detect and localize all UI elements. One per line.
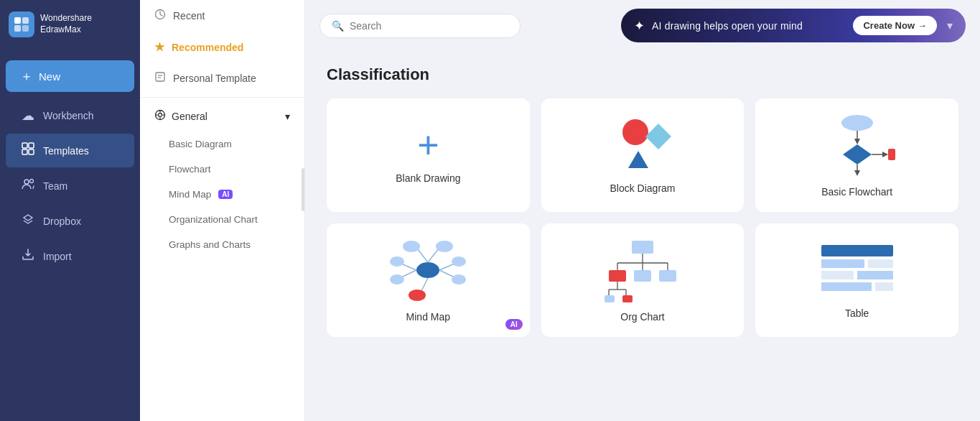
scroll-indicator bbox=[302, 168, 304, 211]
team-icon bbox=[20, 177, 36, 194]
svg-rect-1 bbox=[22, 17, 29, 24]
middle-panel: Recent ★ Recommended Personal Template bbox=[140, 0, 305, 421]
svg-rect-62 bbox=[622, 295, 633, 302]
main-content: 🔍 ✦ AI drawing helps open your mind Crea… bbox=[305, 0, 980, 421]
logo-area: Wondershare EdrawMax bbox=[0, 0, 140, 49]
card-table[interactable]: Table bbox=[755, 223, 958, 337]
block-diagram-illustration bbox=[607, 116, 678, 174]
card-basic-flowchart[interactable]: Basic Flowchart bbox=[755, 98, 958, 212]
card-label: Blank Drawing bbox=[396, 172, 460, 184]
dropbox-icon bbox=[20, 213, 36, 229]
svg-rect-7 bbox=[29, 149, 34, 154]
mid-sub-mind-map[interactable]: Mind Map AI bbox=[140, 182, 304, 207]
flowchart-illustration bbox=[818, 113, 897, 177]
svg-point-45 bbox=[390, 274, 404, 284]
svg-point-33 bbox=[416, 262, 439, 278]
svg-rect-54 bbox=[609, 270, 626, 282]
sidebar-item-workbench[interactable]: ☁ Workbench bbox=[6, 99, 134, 132]
orgchart-illustration bbox=[603, 238, 682, 302]
sidebar-item-import[interactable]: Import bbox=[6, 239, 134, 273]
svg-rect-68 bbox=[821, 282, 872, 291]
sidebar-item-templates[interactable]: Templates bbox=[6, 134, 134, 167]
plus-icon: ＋ bbox=[20, 68, 33, 85]
search-icon: 🔍 bbox=[332, 20, 344, 32]
svg-point-39 bbox=[452, 256, 466, 267]
sidebar-item-dropbox[interactable]: Dropbox bbox=[6, 204, 134, 238]
personal-template-icon bbox=[154, 71, 166, 85]
import-icon bbox=[20, 248, 36, 264]
sidebar: Wondershare EdrawMax ＋ New ☁ Workbench T… bbox=[0, 0, 140, 421]
mind-map-ai-badge: AI bbox=[505, 319, 523, 330]
svg-marker-28 bbox=[882, 152, 888, 157]
svg-line-38 bbox=[439, 264, 454, 270]
svg-rect-0 bbox=[14, 17, 21, 24]
card-label: Block Diagram bbox=[610, 182, 675, 194]
svg-rect-48 bbox=[632, 241, 653, 254]
banner-close-icon[interactable]: ▾ bbox=[947, 19, 953, 32]
chevron-down-icon: ▾ bbox=[285, 111, 290, 122]
ai-banner[interactable]: ✦ AI drawing helps open your mind Create… bbox=[621, 9, 966, 42]
mid-item-recent[interactable]: Recent bbox=[140, 0, 304, 32]
svg-rect-29 bbox=[888, 149, 895, 160]
mid-sub-basic-diagram[interactable]: Basic Diagram bbox=[140, 131, 304, 157]
svg-rect-5 bbox=[29, 143, 34, 148]
panel-divider bbox=[140, 97, 304, 98]
table-illustration bbox=[818, 241, 897, 299]
recent-icon bbox=[154, 9, 166, 23]
mid-item-recommended[interactable]: ★ Recommended bbox=[140, 32, 304, 63]
svg-rect-6 bbox=[22, 149, 27, 154]
svg-rect-55 bbox=[634, 270, 651, 282]
svg-rect-3 bbox=[22, 25, 29, 32]
card-label: Basic Flowchart bbox=[821, 186, 892, 198]
svg-point-20 bbox=[622, 119, 648, 145]
general-section[interactable]: General ▾ bbox=[140, 101, 304, 131]
ai-banner-text: AI drawing helps open your mind bbox=[652, 20, 846, 32]
search-input[interactable] bbox=[350, 20, 508, 32]
new-button[interactable]: ＋ New bbox=[6, 60, 134, 92]
svg-rect-56 bbox=[659, 270, 676, 282]
search-box[interactable]: 🔍 bbox=[319, 14, 521, 38]
svg-rect-11 bbox=[156, 73, 164, 81]
mid-sub-graphs[interactable]: Graphs and Charts bbox=[140, 232, 304, 257]
templates-icon bbox=[20, 142, 36, 159]
sidebar-item-team[interactable]: Team bbox=[6, 169, 134, 203]
ai-badge: AI bbox=[218, 190, 233, 199]
svg-point-23 bbox=[841, 115, 873, 131]
card-org-chart[interactable]: Org Chart bbox=[541, 223, 745, 337]
mid-sub-org-chart[interactable]: Organizational Chart bbox=[140, 207, 304, 232]
svg-point-43 bbox=[390, 256, 404, 267]
svg-rect-2 bbox=[14, 25, 21, 32]
app-name: Wondershare EdrawMax bbox=[40, 13, 92, 35]
mid-sub-flowchart[interactable]: Flowchart bbox=[140, 157, 304, 182]
card-block-diagram[interactable]: Block Diagram bbox=[541, 98, 745, 212]
svg-line-46 bbox=[421, 278, 428, 292]
svg-point-47 bbox=[409, 290, 426, 301]
svg-point-8 bbox=[24, 180, 29, 184]
general-icon bbox=[154, 109, 166, 123]
svg-rect-61 bbox=[605, 295, 615, 302]
svg-rect-65 bbox=[868, 259, 893, 268]
svg-marker-22 bbox=[628, 151, 648, 168]
ai-sparkle-icon: ✦ bbox=[634, 18, 645, 34]
ai-create-now-button[interactable]: Create Now → bbox=[853, 16, 937, 35]
card-blank-drawing[interactable]: + Blank Drawing bbox=[327, 98, 530, 212]
card-grid: + Blank Drawing Block Diagram bbox=[327, 98, 958, 337]
svg-line-40 bbox=[439, 270, 454, 277]
svg-point-9 bbox=[30, 180, 34, 183]
card-mind-map[interactable]: Mind Map AI bbox=[327, 223, 530, 337]
mid-item-personal-template[interactable]: Personal Template bbox=[140, 63, 304, 94]
top-bar: 🔍 ✦ AI drawing helps open your mind Crea… bbox=[305, 0, 980, 51]
svg-rect-67 bbox=[857, 271, 893, 279]
card-label: Org Chart bbox=[620, 311, 664, 323]
svg-point-41 bbox=[452, 274, 466, 284]
svg-marker-21 bbox=[645, 124, 671, 149]
svg-rect-66 bbox=[821, 271, 854, 279]
svg-rect-4 bbox=[22, 143, 27, 148]
sidebar-nav: ＋ New ☁ Workbench Templates bbox=[0, 49, 140, 279]
svg-rect-69 bbox=[875, 282, 893, 291]
content-area: Classification + Blank Drawing Block Dia… bbox=[305, 51, 980, 421]
mindmap-illustration bbox=[388, 238, 467, 302]
svg-point-14 bbox=[159, 114, 162, 117]
recommended-icon: ★ bbox=[154, 40, 164, 54]
svg-marker-31 bbox=[854, 170, 860, 176]
